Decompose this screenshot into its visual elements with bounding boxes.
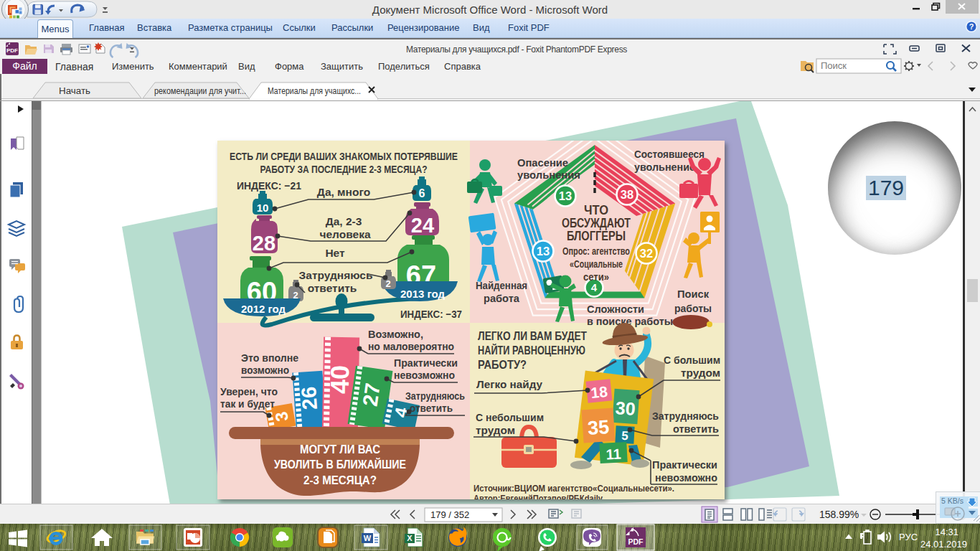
svg-text:ответить: ответить [410,402,453,414]
svg-text:18: 18 [590,383,608,401]
svg-text:Возможно,: Возможно, [368,328,423,340]
svg-text:13: 13 [559,189,572,202]
svg-text:ИНДЕКС: −21: ИНДЕКС: −21 [237,179,301,192]
svg-text:Начать: Начать [59,86,90,96]
svg-text:6: 6 [419,187,425,199]
svg-text:2012 год: 2012 год [241,303,286,315]
svg-text:Да, много: Да, много [317,186,370,198]
svg-text:24: 24 [411,214,434,237]
svg-text:невозможно: невозможно [394,369,455,381]
svg-text:возможно: возможно [241,364,289,376]
svg-text:179 / 352: 179 / 352 [430,509,469,520]
svg-text:сети»: сети» [583,271,609,283]
svg-text:трудом: трудом [681,367,720,379]
svg-text:ЛЕГКО ЛИ ВАМ БУДЕТ: ЛЕГКО ЛИ ВАМ БУДЕТ [478,329,587,342]
svg-text:невозможно: невозможно [655,471,717,484]
svg-text:10: 10 [257,202,269,214]
svg-text:2: 2 [385,278,390,289]
svg-text:ответить: ответить [308,282,357,294]
svg-text:РУС: РУС [899,532,918,542]
svg-text:14:31: 14:31 [935,527,958,537]
svg-text:4: 4 [591,281,598,293]
svg-text:32: 32 [640,247,653,260]
svg-text:увольнения: увольнения [517,169,580,181]
svg-text:PDF: PDF [628,537,644,546]
svg-text:Сложности: Сложности [587,303,644,315]
svg-text:35: 35 [587,416,610,439]
svg-text:Нет: Нет [325,247,345,259]
svg-text:2-3 МЕСЯЦА?: 2-3 МЕСЯЦА? [303,474,377,486]
svg-text:Практически: Практически [652,458,717,471]
svg-text:X: X [407,534,413,542]
svg-text:27: 27 [358,382,384,408]
svg-text:Источник:ВЦИОМ иагентство«Соци: Источник:ВЦИОМ иагентство«Социальныесети… [473,483,674,494]
svg-text:Состоявшееся: Состоявшееся [634,148,705,160]
svg-text:Легко найду: Легко найду [476,378,542,390]
svg-text:Затрудняюсь: Затрудняюсь [299,269,373,281]
svg-text:11: 11 [606,446,621,462]
svg-text:Затрудняюсь: Затрудняюсь [652,410,719,422]
svg-text:5: 5 [621,429,628,443]
svg-text:работы: работы [674,302,712,314]
svg-text:?: ? [969,22,974,31]
svg-text:26: 26 [297,386,321,410]
svg-text:МОГУТ ЛИ ВАС: МОГУТ ЛИ ВАС [300,443,380,456]
svg-text:Уверен, что: Уверен, что [220,385,278,397]
svg-text:W: W [364,534,372,542]
svg-text:Затрудняюсь: Затрудняюсь [405,390,465,402]
svg-text:28: 28 [253,232,275,255]
svg-text:рекомендации для учит...: рекомендации для учит... [154,86,246,96]
svg-text:БЛОГГЕРЫ: БЛОГГЕРЫ [567,229,626,243]
svg-text:так и будет: так и будет [220,397,275,410]
svg-text:РАБОТУ?: РАБОТУ? [478,358,527,371]
svg-text:ЧТО: ЧТО [584,203,608,217]
svg-text:13: 13 [537,245,550,258]
svg-text:Это вполне: Это вполне [241,352,298,364]
svg-text:трудом: трудом [476,424,515,436]
svg-text:2013 год: 2013 год [400,288,446,300]
svg-text:PDF: PDF [6,47,18,54]
svg-text:человека: человека [319,228,370,240]
svg-text:ЕСТЬ ЛИ СРЕДИ ВАШИХ ЗНАКОМЫХ П: ЕСТЬ ЛИ СРЕДИ ВАШИХ ЗНАКОМЫХ ПОТЕРЯВШИЕ [230,150,458,162]
svg-text:РАБОТУ ЗА ПОСЛЕДНИЕ 2-3 МЕСЯЦА: РАБОТУ ЗА ПОСЛЕДНИЕ 2-3 МЕСЯЦА? [260,163,428,175]
svg-text:Практически: Практически [394,357,458,369]
svg-text:Поиск: Поиск [821,60,847,71]
svg-text:НАЙТИ РАВНОЦЕННУЮ: НАЙТИ РАВНОЦЕННУЮ [478,344,585,357]
svg-text:Да, 2-3: Да, 2-3 [326,215,362,227]
svg-text:но маловероятно: но маловероятно [368,340,454,352]
svg-text:УВОЛИТЬ В БЛИЖАЙШИЕ: УВОЛИТЬ В БЛИЖАЙШИЕ [274,458,406,471]
svg-text:Опрос: агентство: Опрос: агентство [562,245,630,257]
svg-text:Найденная: Найденная [476,279,527,291]
svg-text:24.01.2019: 24.01.2019 [920,539,967,550]
svg-text:30: 30 [615,397,636,419]
svg-text:ответить: ответить [673,423,719,435]
svg-text:158.99%: 158.99% [819,509,859,520]
svg-text:С небольшим: С небольшим [476,411,544,423]
svg-text:«Социальные: «Социальные [570,258,623,270]
svg-text:Материалы для учащихс...: Материалы для учащихс... [268,86,361,96]
svg-text:увольнение: увольнение [634,161,695,173]
svg-text:работа: работа [484,292,519,304]
svg-text:ОБСУЖДАЮТ: ОБСУЖДАЮТ [562,216,631,230]
svg-text:Поиск: Поиск [677,288,709,300]
svg-text:Автор:ЕвгенийПотапов/РБКdaily: Автор:ЕвгенийПотапов/РБКdaily [473,493,603,499]
svg-text:38: 38 [621,188,633,201]
svg-text:С большим: С большим [664,354,720,366]
svg-text:40: 40 [325,365,355,395]
svg-text:Опасение: Опасение [517,156,568,169]
svg-text:ИНДЕКС: −37: ИНДЕКС: −37 [400,308,462,320]
